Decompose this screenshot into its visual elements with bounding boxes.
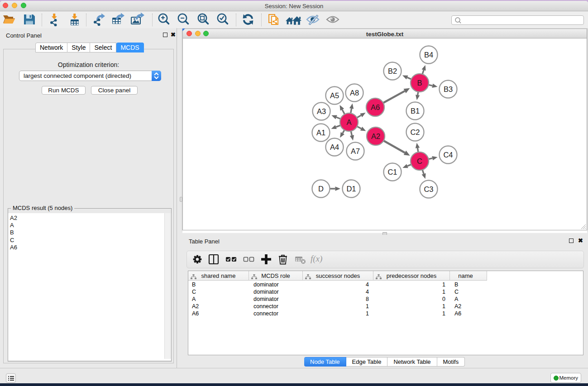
svg-text:B1: B1 xyxy=(411,107,420,115)
svg-text:D: D xyxy=(318,185,324,193)
svg-text:C: C xyxy=(417,157,422,165)
svg-text:D1: D1 xyxy=(346,185,356,193)
svg-text:A8: A8 xyxy=(350,89,359,97)
svg-text:C3: C3 xyxy=(424,185,433,193)
svg-text:A3: A3 xyxy=(317,107,326,115)
svg-text:B4: B4 xyxy=(424,51,433,59)
svg-text:A: A xyxy=(346,118,351,126)
svg-text:B3: B3 xyxy=(444,85,453,93)
svg-text:A7: A7 xyxy=(351,147,360,155)
svg-text:A2: A2 xyxy=(371,132,380,140)
svg-text:C2: C2 xyxy=(410,128,420,136)
svg-text:A1: A1 xyxy=(316,129,325,137)
svg-text:A5: A5 xyxy=(330,91,339,100)
svg-text:A4: A4 xyxy=(330,143,339,151)
svg-text:B2: B2 xyxy=(388,67,397,75)
svg-text:C1: C1 xyxy=(387,168,397,176)
svg-text:C4: C4 xyxy=(443,151,453,159)
svg-text:A6: A6 xyxy=(371,103,380,111)
svg-text:B: B xyxy=(417,79,422,87)
